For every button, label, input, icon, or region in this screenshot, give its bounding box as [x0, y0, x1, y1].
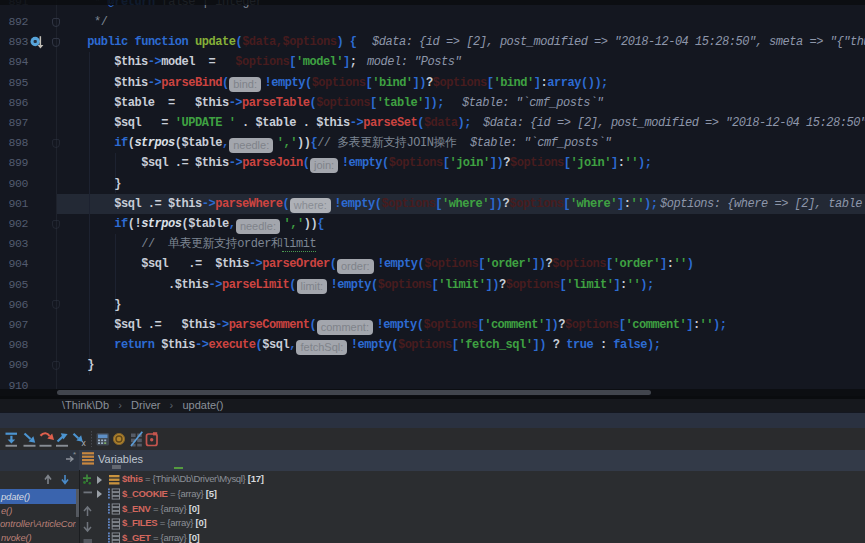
svg-text:x: x — [82, 438, 87, 448]
svg-text:*: * — [73, 450, 76, 459]
